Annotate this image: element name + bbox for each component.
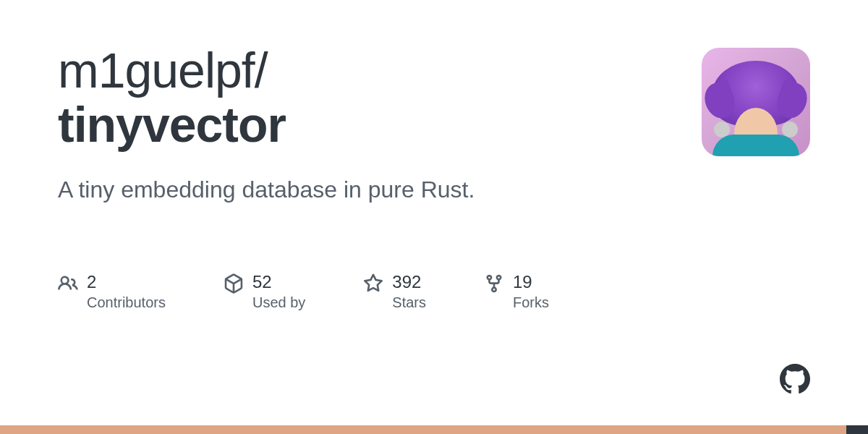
github-mark-icon[interactable] [780,364,810,394]
lang-segment-other [846,425,868,434]
repo-title-block: m1guelpf/ tinyvector [58,43,702,152]
stat-label: Stars [392,294,426,311]
stat-value: 392 [392,272,426,293]
repo-description: A tiny embedding database in pure Rust. [58,176,810,203]
owner-avatar[interactable] [702,48,810,156]
repo-name[interactable]: tinyvector [58,98,702,152]
fork-icon [484,273,504,294]
stat-label: Forks [513,294,549,311]
stat-used-by[interactable]: 52 Used by [224,272,305,311]
stat-label: Contributors [87,294,166,311]
stat-label: Used by [252,294,305,311]
repo-owner[interactable]: m1guelpf/ [58,43,702,98]
stat-value: 52 [252,272,305,293]
stats-row: 2 Contributors 52 Used by 392 Stars [58,272,810,311]
stat-value: 19 [513,272,549,293]
language-bar [0,425,868,434]
stat-contributors[interactable]: 2 Contributors [58,272,166,311]
stat-stars[interactable]: 392 Stars [363,272,426,311]
star-icon [363,273,383,294]
stat-value: 2 [87,272,166,293]
people-icon [58,273,78,294]
stat-forks[interactable]: 19 Forks [484,272,549,311]
lang-segment-rust [0,425,846,434]
package-icon [224,273,244,294]
